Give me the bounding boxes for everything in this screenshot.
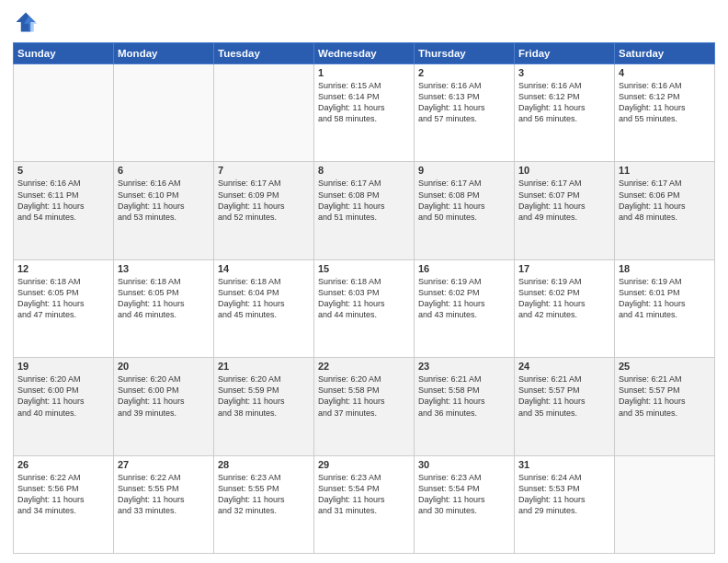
day-number: 9 bbox=[418, 165, 510, 176]
day-info: Sunrise: 6:21 AM Sunset: 5:57 PM Dayligh… bbox=[518, 373, 610, 419]
day-info: Sunrise: 6:16 AM Sunset: 6:10 PM Dayligh… bbox=[118, 178, 210, 223]
day-number: 4 bbox=[619, 67, 711, 78]
calendar-cell: 7Sunrise: 6:17 AM Sunset: 6:09 PM Daylig… bbox=[214, 162, 314, 259]
header bbox=[13, 9, 715, 35]
day-number: 27 bbox=[118, 459, 210, 470]
calendar-cell: 31Sunrise: 6:24 AM Sunset: 5:53 PM Dayli… bbox=[515, 455, 615, 553]
day-number: 20 bbox=[118, 361, 210, 372]
weekday-header-saturday: Saturday bbox=[615, 43, 715, 64]
calendar-cell: 19Sunrise: 6:20 AM Sunset: 6:00 PM Dayli… bbox=[14, 358, 114, 455]
weekday-header-monday: Monday bbox=[114, 43, 214, 64]
day-info: Sunrise: 6:24 AM Sunset: 5:53 PM Dayligh… bbox=[518, 472, 610, 517]
day-number: 21 bbox=[218, 361, 310, 372]
calendar-cell bbox=[14, 64, 114, 162]
calendar-cell: 8Sunrise: 6:17 AM Sunset: 6:08 PM Daylig… bbox=[314, 162, 415, 259]
day-info: Sunrise: 6:22 AM Sunset: 5:56 PM Dayligh… bbox=[17, 472, 109, 517]
logo-icon bbox=[13, 9, 39, 35]
day-info: Sunrise: 6:22 AM Sunset: 5:55 PM Dayligh… bbox=[118, 472, 210, 517]
calendar-cell: 3Sunrise: 6:16 AM Sunset: 6:12 PM Daylig… bbox=[515, 64, 615, 162]
day-info: Sunrise: 6:15 AM Sunset: 6:14 PM Dayligh… bbox=[318, 80, 410, 125]
calendar-cell: 12Sunrise: 6:18 AM Sunset: 6:05 PM Dayli… bbox=[14, 259, 114, 357]
day-info: Sunrise: 6:23 AM Sunset: 5:54 PM Dayligh… bbox=[418, 472, 510, 517]
calendar-cell bbox=[214, 64, 314, 162]
day-info: Sunrise: 6:21 AM Sunset: 5:58 PM Dayligh… bbox=[418, 373, 510, 419]
day-number: 6 bbox=[118, 165, 210, 176]
calendar-cell: 25Sunrise: 6:21 AM Sunset: 5:57 PM Dayli… bbox=[615, 358, 715, 455]
day-info: Sunrise: 6:17 AM Sunset: 6:08 PM Dayligh… bbox=[318, 178, 410, 223]
logo bbox=[13, 9, 42, 35]
calendar-cell: 18Sunrise: 6:19 AM Sunset: 6:01 PM Dayli… bbox=[615, 259, 715, 357]
calendar-cell: 6Sunrise: 6:16 AM Sunset: 6:10 PM Daylig… bbox=[114, 162, 214, 259]
calendar-cell: 24Sunrise: 6:21 AM Sunset: 5:57 PM Dayli… bbox=[515, 358, 615, 455]
day-number: 26 bbox=[17, 459, 109, 470]
day-number: 14 bbox=[218, 263, 310, 274]
day-number: 7 bbox=[218, 165, 310, 176]
calendar-cell: 5Sunrise: 6:16 AM Sunset: 6:11 PM Daylig… bbox=[14, 162, 114, 259]
weekday-header-wednesday: Wednesday bbox=[314, 43, 415, 64]
calendar-cell: 11Sunrise: 6:17 AM Sunset: 6:06 PM Dayli… bbox=[615, 162, 715, 259]
day-number: 25 bbox=[619, 361, 711, 372]
week-row-3: 12Sunrise: 6:18 AM Sunset: 6:05 PM Dayli… bbox=[14, 259, 715, 357]
day-number: 18 bbox=[619, 263, 711, 274]
day-info: Sunrise: 6:16 AM Sunset: 6:13 PM Dayligh… bbox=[418, 80, 510, 125]
day-info: Sunrise: 6:23 AM Sunset: 5:54 PM Dayligh… bbox=[318, 472, 410, 517]
day-number: 3 bbox=[518, 67, 610, 78]
day-number: 1 bbox=[318, 67, 410, 78]
day-number: 17 bbox=[518, 263, 610, 274]
day-number: 22 bbox=[318, 361, 410, 372]
calendar-cell: 21Sunrise: 6:20 AM Sunset: 5:59 PM Dayli… bbox=[214, 358, 314, 455]
day-number: 13 bbox=[118, 263, 210, 274]
calendar-cell: 29Sunrise: 6:23 AM Sunset: 5:54 PM Dayli… bbox=[314, 455, 415, 553]
week-row-5: 26Sunrise: 6:22 AM Sunset: 5:56 PM Dayli… bbox=[14, 455, 715, 553]
day-info: Sunrise: 6:19 AM Sunset: 6:02 PM Dayligh… bbox=[418, 276, 510, 321]
calendar-cell: 1Sunrise: 6:15 AM Sunset: 6:14 PM Daylig… bbox=[314, 64, 415, 162]
day-info: Sunrise: 6:19 AM Sunset: 6:01 PM Dayligh… bbox=[619, 276, 711, 321]
day-number: 2 bbox=[418, 67, 510, 78]
day-info: Sunrise: 6:16 AM Sunset: 6:11 PM Dayligh… bbox=[17, 178, 109, 223]
week-row-2: 5Sunrise: 6:16 AM Sunset: 6:11 PM Daylig… bbox=[14, 162, 715, 259]
day-number: 11 bbox=[619, 165, 711, 176]
page: SundayMondayTuesdayWednesdayThursdayFrid… bbox=[0, 0, 728, 563]
day-number: 31 bbox=[518, 459, 610, 470]
day-info: Sunrise: 6:17 AM Sunset: 6:09 PM Dayligh… bbox=[218, 178, 310, 223]
calendar-cell: 2Sunrise: 6:16 AM Sunset: 6:13 PM Daylig… bbox=[415, 64, 515, 162]
day-number: 5 bbox=[17, 165, 109, 176]
calendar-cell: 28Sunrise: 6:23 AM Sunset: 5:55 PM Dayli… bbox=[214, 455, 314, 553]
day-number: 15 bbox=[318, 263, 410, 274]
day-number: 8 bbox=[318, 165, 410, 176]
day-number: 12 bbox=[17, 263, 109, 274]
calendar-cell: 16Sunrise: 6:19 AM Sunset: 6:02 PM Dayli… bbox=[415, 259, 515, 357]
calendar-cell: 20Sunrise: 6:20 AM Sunset: 6:00 PM Dayli… bbox=[114, 358, 214, 455]
calendar-cell: 17Sunrise: 6:19 AM Sunset: 6:02 PM Dayli… bbox=[515, 259, 615, 357]
calendar-cell: 10Sunrise: 6:17 AM Sunset: 6:07 PM Dayli… bbox=[515, 162, 615, 259]
day-number: 24 bbox=[518, 361, 610, 372]
weekday-header-sunday: Sunday bbox=[14, 43, 114, 64]
day-info: Sunrise: 6:17 AM Sunset: 6:08 PM Dayligh… bbox=[418, 178, 510, 223]
day-info: Sunrise: 6:18 AM Sunset: 6:04 PM Dayligh… bbox=[218, 276, 310, 321]
calendar-cell: 4Sunrise: 6:16 AM Sunset: 6:12 PM Daylig… bbox=[615, 64, 715, 162]
day-info: Sunrise: 6:23 AM Sunset: 5:55 PM Dayligh… bbox=[218, 472, 310, 517]
calendar-cell: 27Sunrise: 6:22 AM Sunset: 5:55 PM Dayli… bbox=[114, 455, 214, 553]
calendar-table: SundayMondayTuesdayWednesdayThursdayFrid… bbox=[13, 42, 715, 554]
weekday-header-friday: Friday bbox=[515, 43, 615, 64]
day-info: Sunrise: 6:17 AM Sunset: 6:06 PM Dayligh… bbox=[619, 178, 711, 223]
day-info: Sunrise: 6:20 AM Sunset: 6:00 PM Dayligh… bbox=[17, 373, 109, 419]
day-info: Sunrise: 6:20 AM Sunset: 6:00 PM Dayligh… bbox=[118, 373, 210, 419]
day-info: Sunrise: 6:17 AM Sunset: 6:07 PM Dayligh… bbox=[518, 178, 610, 223]
day-number: 30 bbox=[418, 459, 510, 470]
calendar-cell: 23Sunrise: 6:21 AM Sunset: 5:58 PM Dayli… bbox=[415, 358, 515, 455]
day-info: Sunrise: 6:21 AM Sunset: 5:57 PM Dayligh… bbox=[619, 373, 711, 419]
calendar-cell: 15Sunrise: 6:18 AM Sunset: 6:03 PM Dayli… bbox=[314, 259, 415, 357]
calendar-cell: 9Sunrise: 6:17 AM Sunset: 6:08 PM Daylig… bbox=[415, 162, 515, 259]
day-info: Sunrise: 6:18 AM Sunset: 6:05 PM Dayligh… bbox=[118, 276, 210, 321]
day-info: Sunrise: 6:20 AM Sunset: 5:58 PM Dayligh… bbox=[318, 373, 410, 419]
day-number: 29 bbox=[318, 459, 410, 470]
week-row-4: 19Sunrise: 6:20 AM Sunset: 6:00 PM Dayli… bbox=[14, 358, 715, 455]
day-number: 16 bbox=[418, 263, 510, 274]
weekday-header-thursday: Thursday bbox=[415, 43, 515, 64]
calendar-cell bbox=[114, 64, 214, 162]
day-number: 28 bbox=[218, 459, 310, 470]
day-number: 10 bbox=[518, 165, 610, 176]
calendar-cell: 13Sunrise: 6:18 AM Sunset: 6:05 PM Dayli… bbox=[114, 259, 214, 357]
day-info: Sunrise: 6:20 AM Sunset: 5:59 PM Dayligh… bbox=[218, 373, 310, 419]
